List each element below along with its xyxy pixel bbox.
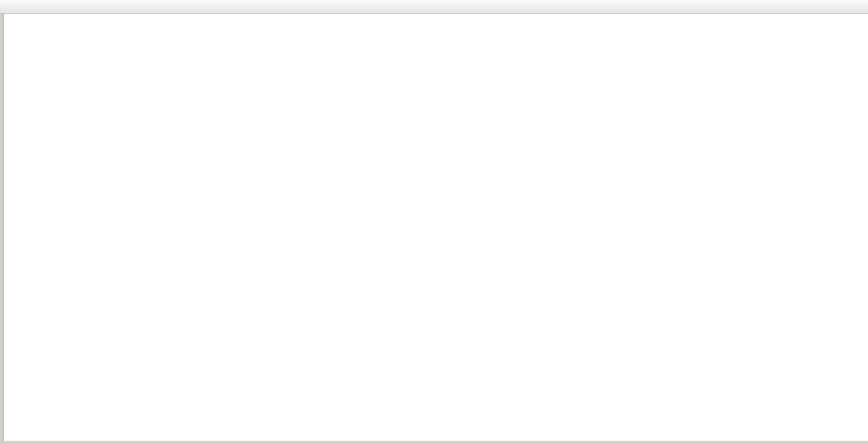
window-left-border xyxy=(0,14,4,444)
symbol-title[interactable] xyxy=(5,16,7,23)
chart-plot-canvas[interactable] xyxy=(0,0,868,444)
window-bottom-border xyxy=(0,441,868,444)
main-toolbar xyxy=(0,0,868,14)
